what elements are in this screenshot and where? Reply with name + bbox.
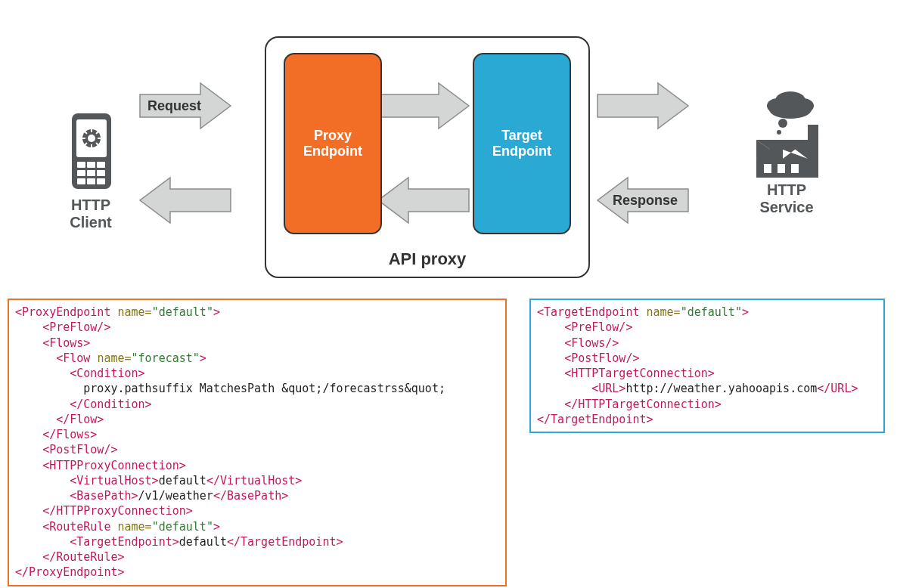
api-proxy-diagram: Proxy Endpoint Target Endpoint API proxy… [8,8,889,295]
svg-rect-8 [87,170,95,176]
api-proxy-label: API proxy [265,249,590,269]
svg-rect-5 [87,162,95,168]
http-client-icon [72,113,111,189]
svg-point-3 [88,135,95,142]
proxy-endpoint-label-2: Endpoint [303,144,362,159]
svg-point-18 [777,130,781,135]
response-label: Response [613,193,678,209]
svg-rect-26 [791,164,799,173]
proxy-endpoint-box: Proxy Endpoint [284,53,382,234]
http-service-icon [756,91,818,178]
svg-rect-9 [97,170,105,176]
svg-rect-7 [77,170,85,176]
svg-rect-24 [764,164,771,173]
target-endpoint-box: Target Endpoint [473,53,571,234]
svg-rect-12 [97,178,105,184]
proxy-endpoint-label-1: Proxy [314,128,352,144]
request-label: Request [147,98,201,114]
target-endpoint-code: <TargetEndpoint name="default"> <PreFlow… [529,299,885,433]
target-endpoint-label-1: Target [501,128,542,144]
code-samples-row: <ProxyEndpoint name="default"> <PreFlow/… [8,299,889,586]
svg-rect-11 [87,178,95,184]
svg-point-17 [778,119,787,128]
svg-rect-10 [77,178,85,184]
http-client-label: HTTP Client [61,197,121,231]
svg-rect-6 [97,162,105,168]
svg-rect-4 [77,162,85,168]
http-service-label: HTTP Service [753,181,821,216]
svg-point-16 [769,101,812,119]
svg-rect-25 [778,164,785,173]
proxy-endpoint-code: <ProxyEndpoint name="default"> <PreFlow/… [8,299,507,586]
target-endpoint-label-2: Endpoint [492,144,551,159]
